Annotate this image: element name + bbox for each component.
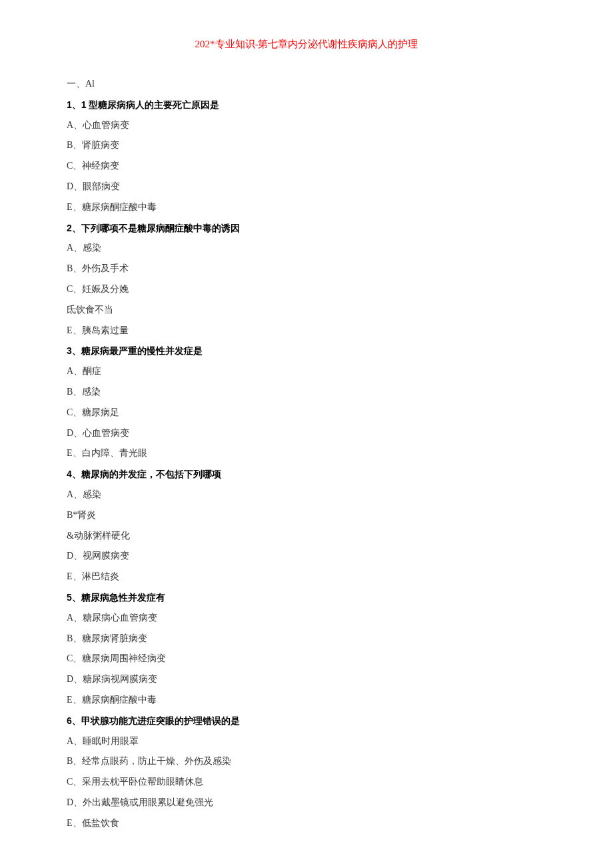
option-e: E、白内障、青光眼 bbox=[67, 443, 546, 464]
option-b: B、经常点眼药，防止干燥、外伤及感染 bbox=[67, 751, 546, 772]
option-a: A、感染 bbox=[67, 238, 546, 259]
option-e: E、糖尿病酮症酸中毒 bbox=[67, 690, 546, 711]
option-b: B、外伤及手术 bbox=[67, 259, 546, 279]
question-text: 3、糖尿病最严重的慢性并发症是 bbox=[67, 341, 546, 361]
option-d: D、糖尿病视网膜病变 bbox=[67, 669, 546, 690]
question-block-6: 6、甲状腺功能亢进症突眼的护理错误的是 A、睡眠时用眼罩 B、经常点眼药，防止干… bbox=[67, 711, 546, 834]
option-c: C、采用去枕平卧位帮助眼睛休息 bbox=[67, 772, 546, 793]
question-text: 5、糖尿病急性并发症有 bbox=[67, 587, 546, 608]
question-block-5: 5、糖尿病急性并发症有 A、糖尿病心血管病变 B、糖尿病肾脏病变 C、糖尿病周围… bbox=[67, 587, 546, 711]
option-c: C、妊娠及分娩 bbox=[67, 279, 546, 300]
option-a: A、心血管病变 bbox=[67, 115, 546, 136]
option-d: 氐饮食不当 bbox=[67, 300, 546, 321]
question-block-4: 4、糖尿病的并发症，不包括下列哪项 A、感染 B*肾炎 &动脉粥样硬化 D、视网… bbox=[67, 464, 546, 587]
question-text: 1、1 型糖尿病病人的主要死亡原因是 bbox=[67, 95, 546, 115]
option-a: A、糖尿病心血管病变 bbox=[67, 608, 546, 629]
section-header: 一、Al bbox=[67, 74, 546, 95]
option-c: C、糖尿病足 bbox=[67, 403, 546, 423]
question-block-3: 3、糖尿病最严重的慢性并发症是 A、酮症 B、感染 C、糖尿病足 D、心血管病变… bbox=[67, 341, 546, 464]
option-a: A、酮症 bbox=[67, 361, 546, 382]
option-c: &动脉粥样硬化 bbox=[67, 526, 546, 547]
document-title: 202*专业知识-第七章内分泌代谢性疾病病人的护理 bbox=[67, 33, 546, 55]
option-b: B、肾脏病变 bbox=[67, 135, 546, 156]
question-text: 4、糖尿病的并发症，不包括下列哪项 bbox=[67, 464, 546, 485]
option-c: C、神经病变 bbox=[67, 156, 546, 177]
option-d: D、外出戴墨镜或用眼累以避免强光 bbox=[67, 793, 546, 813]
option-b: B、糖尿病肾脏病变 bbox=[67, 629, 546, 649]
question-text: 6、甲状腺功能亢进症突眼的护理错误的是 bbox=[67, 711, 546, 731]
question-text: 2、下列哪项不是糖尿病酮症酸中毒的诱因 bbox=[67, 218, 546, 239]
option-b: B、感染 bbox=[67, 382, 546, 403]
option-a: A、睡眠时用眼罩 bbox=[67, 731, 546, 752]
question-block-1: 1、1 型糖尿病病人的主要死亡原因是 A、心血管病变 B、肾脏病变 C、神经病变… bbox=[67, 95, 546, 218]
option-c: C、糖尿病周围神经病变 bbox=[67, 649, 546, 669]
option-e: E、淋巴结炎 bbox=[67, 567, 546, 587]
option-d: D、眼部病变 bbox=[67, 177, 546, 197]
question-block-2: 2、下列哪项不是糖尿病酮症酸中毒的诱因 A、感染 B、外伤及手术 C、妊娠及分娩… bbox=[67, 218, 546, 341]
option-d: D、视网膜病变 bbox=[67, 546, 546, 567]
option-d: D、心血管病变 bbox=[67, 423, 546, 444]
option-e: E、糖尿病酮症酸中毒 bbox=[67, 197, 546, 218]
option-a: A、感染 bbox=[67, 485, 546, 505]
option-e: E、胰岛素过量 bbox=[67, 321, 546, 341]
option-e: E、低盐饮食 bbox=[67, 813, 546, 834]
option-b: B*肾炎 bbox=[67, 505, 546, 526]
